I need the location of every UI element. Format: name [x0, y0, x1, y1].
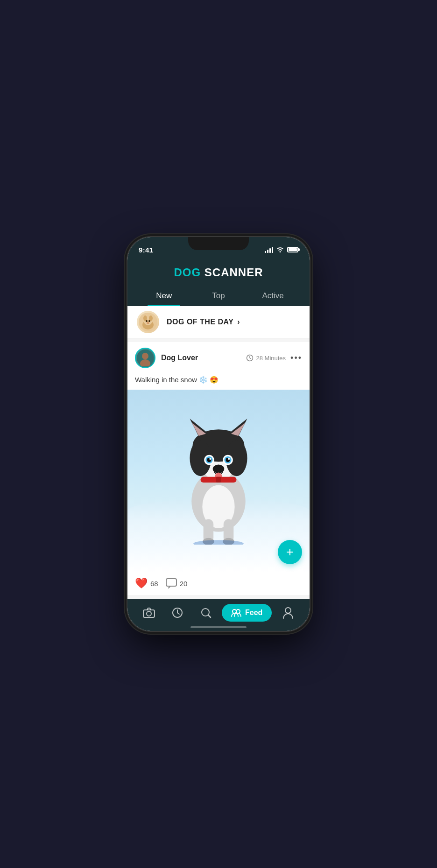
tab-new[interactable]: New	[137, 286, 191, 306]
svg-marker-22	[231, 423, 245, 436]
post-username: Dog Lover	[161, 354, 246, 362]
svg-point-47	[285, 608, 291, 613]
notch	[188, 237, 249, 250]
svg-point-45	[233, 609, 236, 613]
svg-marker-21	[192, 423, 206, 436]
svg-rect-38	[216, 477, 221, 483]
heart-icon: ❤️	[135, 577, 148, 589]
status-icons	[265, 246, 298, 254]
wifi-icon	[276, 246, 284, 254]
post-time-label: 28 Minutes	[256, 355, 286, 362]
comment-icon	[166, 578, 177, 588]
nav-camera[interactable]	[135, 605, 163, 621]
home-indicator	[190, 626, 247, 628]
svg-point-39	[193, 540, 244, 544]
post-actions: ❤️ 68 20	[127, 572, 310, 595]
nav-search[interactable]	[191, 604, 220, 621]
screen: 9:41 DOG SC	[127, 237, 310, 631]
post-image: +	[127, 390, 310, 572]
search-icon	[200, 607, 211, 618]
svg-point-6	[148, 320, 150, 322]
nav-profile[interactable]	[274, 604, 302, 622]
app-title-dog: DOG	[174, 266, 201, 279]
feed-people-icon	[231, 609, 241, 617]
svg-point-42	[147, 611, 151, 616]
comment-action[interactable]: 20	[166, 578, 188, 588]
feed-label: Feed	[245, 609, 262, 617]
like-count: 68	[150, 580, 158, 588]
svg-point-29	[209, 458, 211, 460]
add-post-button[interactable]: +	[278, 540, 302, 564]
svg-point-5	[146, 320, 148, 322]
more-options-button[interactable]: •••	[290, 353, 302, 363]
svg-point-7	[147, 322, 149, 324]
add-icon: +	[286, 546, 294, 559]
like-action[interactable]: ❤️ 68	[135, 577, 158, 589]
app-title: DOG SCANNER	[137, 266, 300, 279]
signal-icon	[265, 247, 273, 253]
status-time: 9:41	[139, 246, 153, 254]
svg-point-46	[236, 609, 240, 613]
dog-of-day-avatar	[137, 311, 159, 333]
husky-dog	[159, 408, 278, 545]
camera-icon	[143, 608, 155, 618]
nav-feed[interactable]: Feed	[222, 604, 272, 622]
app-title-scanner: SCANNER	[201, 266, 263, 279]
nav-history[interactable]	[163, 604, 192, 621]
post-header: Dog Lover 28 Minutes •••	[127, 342, 310, 374]
history-icon	[172, 607, 183, 618]
tab-top[interactable]: Top	[191, 286, 246, 306]
phone-frame: 9:41 DOG SC	[127, 237, 310, 631]
dog-of-day-label: DOG OF THE DAY	[167, 318, 233, 326]
tab-active[interactable]: Active	[246, 286, 300, 306]
comment-count: 20	[180, 580, 188, 588]
clock-icon	[246, 354, 254, 362]
svg-point-9	[142, 353, 148, 359]
post-caption: Walking in the snow ❄️ 😍	[127, 374, 310, 390]
profile-icon	[282, 607, 294, 619]
tabs-container: New Top Active	[137, 286, 300, 306]
post-card: Dog Lover 28 Minutes ••• Walking in the …	[127, 342, 310, 595]
post-avatar	[135, 348, 155, 368]
dog-of-day-banner[interactable]: DOG OF THE DAY ›	[127, 306, 310, 338]
chevron-right-icon: ›	[237, 318, 240, 326]
svg-point-30	[228, 458, 230, 460]
battery-icon	[287, 247, 298, 252]
app-header: DOG SCANNER New Top Active	[127, 259, 310, 306]
post-time: 28 Minutes	[246, 354, 286, 362]
svg-rect-40	[166, 579, 176, 586]
content-area: DOG OF THE DAY › Dog Lover	[127, 306, 310, 599]
